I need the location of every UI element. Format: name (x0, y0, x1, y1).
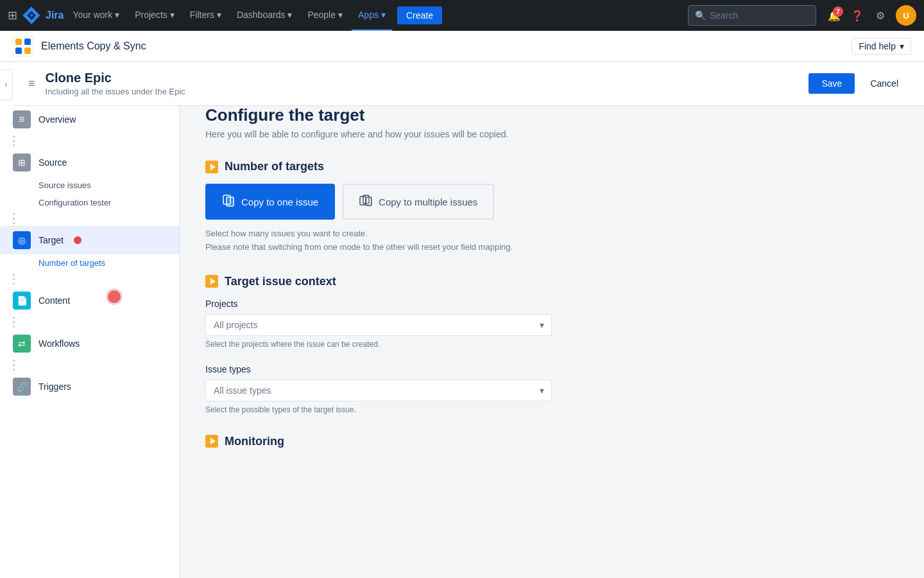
sidebar-dots-3 (0, 272, 179, 286)
nav-projects[interactable]: Projects▾ (128, 0, 181, 31)
notifications-button[interactable]: 🔔 7 (824, 5, 844, 26)
svg-rect-2 (24, 39, 31, 45)
nav-apps[interactable]: Apps▾ (352, 0, 392, 31)
monitoring-header: Monitoring (205, 435, 898, 448)
projects-hint: Select the projects where the issue can … (205, 340, 898, 349)
copy-multiple-label: Copy to multiple issues (379, 197, 477, 207)
user-avatar[interactable]: U (896, 5, 916, 26)
notification-badge: 7 (833, 6, 843, 17)
save-button[interactable]: Save (809, 73, 855, 94)
nav-filters[interactable]: Filters▾ (184, 0, 228, 31)
projects-select-wrapper[interactable]: All projects (205, 314, 552, 336)
page-title: Configure the target (205, 105, 898, 125)
svg-rect-6 (227, 197, 234, 206)
sidebar-workflows-label: Workflows (38, 338, 80, 349)
clone-banner: ≡ Clone Epic Including all the issues un… (13, 62, 924, 106)
jira-text: Jira (46, 10, 64, 21)
search-icon: 🔍 (695, 10, 706, 21)
copy-multiple-button[interactable]: Copy to multiple issues (343, 184, 494, 220)
sidebar-num-targets[interactable]: Number of targets (0, 254, 179, 272)
chevron-right-icon: › (5, 80, 8, 89)
projects-field-group: Projects All projects Select the project… (205, 299, 898, 349)
target-context-title: Target issue context (225, 275, 336, 288)
target-buttons: Copy to one issue Copy to multiple issue… (205, 184, 898, 220)
target-red-dot (74, 236, 81, 244)
search-input[interactable] (710, 10, 800, 21)
issue-types-field-group: Issue types All issue types Select the p… (205, 364, 898, 414)
target-icon: ◎ (13, 231, 31, 249)
target-issue-context-section: Target issue context Projects All projec… (205, 275, 898, 414)
cancel-button[interactable]: Cancel (860, 73, 909, 94)
app-header: Elements Copy & Sync Find help ▾ (0, 31, 924, 62)
svg-rect-1 (15, 39, 22, 45)
target-help-text: Select how many issues you want to creat… (205, 227, 898, 254)
find-help-button[interactable]: Find help ▾ (851, 38, 911, 55)
projects-select[interactable]: All projects (205, 314, 552, 336)
top-navigation: ⊞ Jira Your work▾ Projects▾ Filters▾ Das… (0, 0, 924, 31)
topnav-icons: 🔔 7 ❓ ⚙ U (824, 5, 916, 26)
sidebar-item-target[interactable]: ◎ Target (0, 226, 179, 254)
sidebar-config-tester[interactable]: Configuration tester (0, 194, 179, 211)
sidebar-dots-4 (0, 315, 179, 329)
chevron-down-icon: ▾ (900, 41, 904, 51)
projects-label: Projects (205, 299, 898, 309)
sidebar-target-label: Target (38, 235, 64, 245)
nav-people[interactable]: People▾ (301, 0, 349, 31)
issue-types-hint: Select the possible types of the target … (205, 405, 898, 414)
section-icon-context (205, 275, 218, 288)
nav-dashboards[interactable]: Dashboards▾ (230, 0, 299, 31)
sidebar-item-triggers[interactable]: 🔗 Triggers (0, 372, 179, 401)
clone-banner-content: Clone Epic Including all the issues unde… (46, 71, 809, 96)
clone-epic-title: Clone Epic (46, 71, 809, 85)
svg-rect-3 (15, 48, 22, 54)
section-icon-monitoring (205, 435, 218, 448)
number-of-targets-section: Number of targets Copy to one issue (205, 160, 898, 254)
sidebar-source-label: Source (38, 157, 67, 168)
left-sidebar: ≡ Overview ⊞ Source Source issues Config… (0, 62, 180, 578)
nav-your-work[interactable]: Your work▾ (66, 0, 126, 31)
copy-one-label: Copy to one issue (241, 197, 318, 207)
sidebar-triggers-label: Triggers (38, 381, 71, 392)
copy-one-icon (222, 194, 235, 209)
issue-types-label: Issue types (205, 364, 898, 374)
svg-rect-9 (366, 197, 372, 206)
issue-types-select[interactable]: All issue types (205, 380, 552, 401)
jira-logo[interactable]: Jira (22, 6, 64, 24)
monitoring-title: Monitoring (225, 435, 284, 448)
grid-icon[interactable]: ⊞ (8, 8, 17, 22)
copy-one-button[interactable]: Copy to one issue (205, 184, 335, 220)
clone-banner-actions: Save Cancel (809, 73, 909, 94)
sidebar-dots-5 (0, 358, 179, 372)
svg-rect-4 (24, 48, 31, 54)
sidebar-item-source[interactable]: ⊞ Source (0, 148, 179, 177)
search-box[interactable]: 🔍 (688, 5, 816, 26)
copy-multiple-icon (359, 194, 372, 209)
section-icon-targets (205, 161, 218, 173)
sidebar-source-issues[interactable]: Source issues (0, 177, 179, 194)
content-icon: 📄 (13, 292, 31, 310)
sidebar-toggle[interactable]: › (0, 69, 13, 100)
clone-epic-subtitle: Including all the issues under the Epic (46, 87, 809, 96)
sidebar-item-content[interactable]: 📄 Content (0, 286, 179, 315)
jira-logo-svg (22, 6, 40, 24)
find-help-label: Find help (859, 41, 896, 51)
number-of-targets-title: Number of targets (225, 160, 324, 173)
app-logo (13, 36, 33, 57)
help-button[interactable]: ❓ (847, 5, 868, 26)
issue-types-select-wrapper[interactable]: All issue types (205, 380, 552, 401)
sidebar-item-overview[interactable]: ≡ Overview (0, 105, 179, 134)
workflows-icon: ⇄ (13, 335, 31, 353)
settings-button[interactable]: ⚙ (870, 5, 891, 26)
monitoring-section: Monitoring (205, 435, 898, 448)
sidebar-dots-2 (0, 211, 179, 226)
sidebar-item-workflows[interactable]: ⇄ Workflows (0, 329, 179, 358)
source-icon: ⊞ (13, 153, 31, 171)
page-subtitle: Here you will be able to configure where… (205, 129, 898, 139)
menu-icon: ≡ (28, 77, 35, 91)
app-title: Elements Copy & Sync (41, 40, 146, 52)
overview-icon: ≡ (13, 110, 31, 128)
triggers-icon: 🔗 (13, 378, 31, 396)
create-button[interactable]: Create (397, 6, 442, 24)
content-area: Configure the target Here you will be ab… (180, 62, 924, 578)
section-header: Number of targets (205, 160, 898, 173)
